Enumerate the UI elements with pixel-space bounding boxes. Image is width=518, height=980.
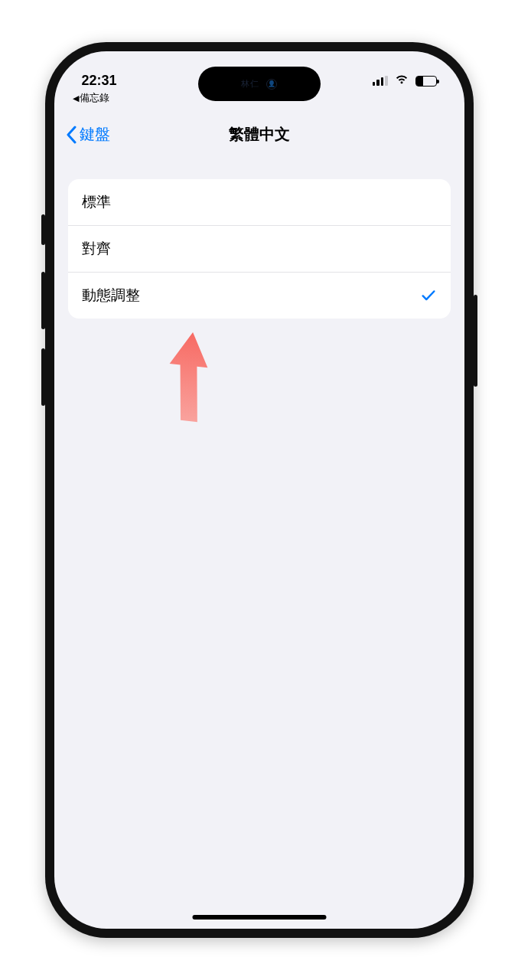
- power-btn: [474, 295, 477, 387]
- island-caption: 林仁: [241, 78, 259, 90]
- nav-title: 繁體中文: [229, 124, 290, 145]
- options-group: 標準 對齊 動態調整: [68, 179, 451, 318]
- phone-frame: 林仁 👤 22:31 ◀ 備忘錄 鍵盤: [45, 42, 474, 938]
- wifi-icon: [394, 73, 409, 89]
- battery-icon: [415, 76, 437, 87]
- breadcrumb-arrow-icon: ◀: [73, 93, 79, 103]
- cell-signal-icon: [373, 76, 388, 86]
- annotation-arrow-icon: [167, 329, 216, 425]
- breadcrumb-back[interactable]: ◀ 備忘錄: [73, 91, 109, 105]
- option-label: 標準: [82, 192, 111, 212]
- option-row-justified[interactable]: 對齊: [68, 226, 451, 273]
- option-label: 對齊: [82, 239, 111, 259]
- option-row-dynamic[interactable]: 動態調整: [68, 273, 451, 318]
- home-indicator[interactable]: [192, 915, 326, 920]
- mute-switch: [41, 214, 45, 245]
- island-avatar-icon: 👤: [266, 79, 277, 90]
- volume-down-btn: [41, 348, 45, 406]
- dynamic-island: 林仁 👤: [198, 67, 321, 101]
- chevron-left-icon: [65, 126, 77, 144]
- status-right: [373, 73, 437, 89]
- checkmark-icon: [420, 287, 437, 304]
- nav-back-label: 鍵盤: [80, 124, 110, 145]
- nav-back-button[interactable]: 鍵盤: [65, 115, 110, 154]
- screen: 林仁 👤 22:31 ◀ 備忘錄 鍵盤: [54, 51, 464, 929]
- option-row-standard[interactable]: 標準: [68, 179, 451, 226]
- status-time: 22:31: [82, 73, 117, 89]
- nav-header: 鍵盤 繁體中文: [54, 115, 464, 155]
- volume-up-btn: [41, 272, 45, 329]
- breadcrumb-label: 備忘錄: [80, 91, 109, 105]
- option-label: 動態調整: [82, 286, 140, 305]
